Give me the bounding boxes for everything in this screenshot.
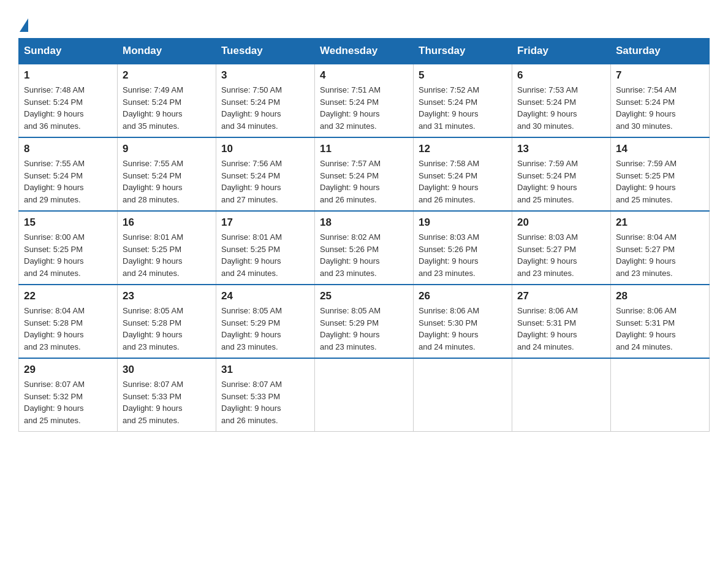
day-of-week-header: Monday <box>118 39 216 64</box>
calendar-week-row: 1 Sunrise: 7:48 AM Sunset: 5:24 PM Dayli… <box>19 64 710 137</box>
day-info: Sunrise: 8:00 AM Sunset: 5:25 PM Dayligh… <box>24 231 112 279</box>
day-number: 13 <box>517 143 605 155</box>
day-number: 29 <box>24 364 112 376</box>
day-info: Sunrise: 7:48 AM Sunset: 5:24 PM Dayligh… <box>24 84 112 132</box>
calendar-header-row: SundayMondayTuesdayWednesdayThursdayFrid… <box>19 39 710 64</box>
day-number: 28 <box>616 290 704 302</box>
calendar-table: SundayMondayTuesdayWednesdayThursdayFrid… <box>18 38 710 432</box>
calendar-day-cell: 11 Sunrise: 7:57 AM Sunset: 5:24 PM Dayl… <box>315 137 414 211</box>
calendar-day-cell: 27 Sunrise: 8:06 AM Sunset: 5:31 PM Dayl… <box>512 285 611 358</box>
calendar-day-cell: 10 Sunrise: 7:56 AM Sunset: 5:24 PM Dayl… <box>216 137 315 211</box>
day-of-week-header: Saturday <box>611 39 710 64</box>
calendar-day-cell: 4 Sunrise: 7:51 AM Sunset: 5:24 PM Dayli… <box>315 64 414 137</box>
calendar-day-cell: 20 Sunrise: 8:03 AM Sunset: 5:27 PM Dayl… <box>512 211 611 285</box>
day-info: Sunrise: 8:06 AM Sunset: 5:31 PM Dayligh… <box>517 305 605 353</box>
day-number: 18 <box>320 216 408 229</box>
calendar-week-row: 22 Sunrise: 8:04 AM Sunset: 5:28 PM Dayl… <box>19 285 710 358</box>
day-info: Sunrise: 7:54 AM Sunset: 5:24 PM Dayligh… <box>616 84 704 132</box>
calendar-day-cell: 2 Sunrise: 7:49 AM Sunset: 5:24 PM Dayli… <box>118 64 216 137</box>
day-of-week-header: Friday <box>512 39 611 64</box>
day-number: 3 <box>221 69 309 82</box>
day-number: 21 <box>616 216 704 229</box>
calendar-day-cell: 25 Sunrise: 8:05 AM Sunset: 5:29 PM Dayl… <box>315 285 414 358</box>
day-number: 10 <box>221 143 309 155</box>
calendar-day-cell: 6 Sunrise: 7:53 AM Sunset: 5:24 PM Dayli… <box>512 64 611 137</box>
calendar-day-cell: 21 Sunrise: 8:04 AM Sunset: 5:27 PM Dayl… <box>611 211 710 285</box>
calendar-day-cell: 31 Sunrise: 8:07 AM Sunset: 5:33 PM Dayl… <box>216 358 315 432</box>
day-info: Sunrise: 7:58 AM Sunset: 5:24 PM Dayligh… <box>419 158 507 205</box>
day-number: 6 <box>517 69 605 82</box>
day-info: Sunrise: 8:06 AM Sunset: 5:30 PM Dayligh… <box>419 305 507 353</box>
day-info: Sunrise: 8:01 AM Sunset: 5:25 PM Dayligh… <box>123 231 211 279</box>
calendar-day-cell: 14 Sunrise: 7:59 AM Sunset: 5:25 PM Dayl… <box>611 137 710 211</box>
day-number: 30 <box>123 364 211 376</box>
day-number: 8 <box>24 143 112 155</box>
calendar-day-cell: 1 Sunrise: 7:48 AM Sunset: 5:24 PM Dayli… <box>19 64 118 137</box>
day-number: 31 <box>221 364 309 376</box>
day-number: 4 <box>320 69 408 82</box>
day-info: Sunrise: 7:49 AM Sunset: 5:24 PM Dayligh… <box>123 84 211 132</box>
day-number: 17 <box>221 216 309 229</box>
day-info: Sunrise: 8:01 AM Sunset: 5:25 PM Dayligh… <box>221 231 309 279</box>
day-info: Sunrise: 7:56 AM Sunset: 5:24 PM Dayligh… <box>221 158 309 205</box>
calendar-day-cell: 12 Sunrise: 7:58 AM Sunset: 5:24 PM Dayl… <box>414 137 512 211</box>
day-info: Sunrise: 8:04 AM Sunset: 5:28 PM Dayligh… <box>24 305 112 353</box>
calendar-day-cell: 18 Sunrise: 8:02 AM Sunset: 5:26 PM Dayl… <box>315 211 414 285</box>
day-of-week-header: Sunday <box>19 39 118 64</box>
calendar-week-row: 8 Sunrise: 7:55 AM Sunset: 5:24 PM Dayli… <box>19 137 710 211</box>
calendar-day-cell: 30 Sunrise: 8:07 AM Sunset: 5:33 PM Dayl… <box>118 358 216 432</box>
day-number: 11 <box>320 143 408 155</box>
day-number: 26 <box>419 290 507 302</box>
calendar-day-cell <box>611 358 710 432</box>
day-number: 1 <box>24 69 112 82</box>
day-info: Sunrise: 8:05 AM Sunset: 5:28 PM Dayligh… <box>123 305 211 353</box>
day-info: Sunrise: 7:55 AM Sunset: 5:24 PM Dayligh… <box>24 158 112 205</box>
calendar-day-cell: 9 Sunrise: 7:55 AM Sunset: 5:24 PM Dayli… <box>118 137 216 211</box>
day-number: 25 <box>320 290 408 302</box>
day-info: Sunrise: 8:03 AM Sunset: 5:27 PM Dayligh… <box>517 231 605 279</box>
day-number: 15 <box>24 216 112 229</box>
day-of-week-header: Tuesday <box>216 39 315 64</box>
calendar-day-cell: 3 Sunrise: 7:50 AM Sunset: 5:24 PM Dayli… <box>216 64 315 137</box>
day-info: Sunrise: 8:03 AM Sunset: 5:26 PM Dayligh… <box>419 231 507 279</box>
day-number: 19 <box>419 216 507 229</box>
day-of-week-header: Wednesday <box>315 39 414 64</box>
logo <box>18 18 29 32</box>
day-number: 5 <box>419 69 507 82</box>
calendar-day-cell: 28 Sunrise: 8:06 AM Sunset: 5:31 PM Dayl… <box>611 285 710 358</box>
day-info: Sunrise: 8:07 AM Sunset: 5:33 PM Dayligh… <box>123 378 211 426</box>
day-info: Sunrise: 8:07 AM Sunset: 5:33 PM Dayligh… <box>221 378 309 426</box>
day-number: 16 <box>123 216 211 229</box>
day-info: Sunrise: 7:51 AM Sunset: 5:24 PM Dayligh… <box>320 84 408 132</box>
day-number: 22 <box>24 290 112 302</box>
day-info: Sunrise: 8:06 AM Sunset: 5:31 PM Dayligh… <box>616 305 704 353</box>
day-info: Sunrise: 7:59 AM Sunset: 5:25 PM Dayligh… <box>616 158 704 205</box>
day-info: Sunrise: 8:07 AM Sunset: 5:32 PM Dayligh… <box>24 378 112 426</box>
day-number: 23 <box>123 290 211 302</box>
calendar-day-cell: 29 Sunrise: 8:07 AM Sunset: 5:32 PM Dayl… <box>19 358 118 432</box>
calendar-day-cell: 7 Sunrise: 7:54 AM Sunset: 5:24 PM Dayli… <box>611 64 710 137</box>
day-number: 20 <box>517 216 605 229</box>
day-number: 12 <box>419 143 507 155</box>
day-info: Sunrise: 8:02 AM Sunset: 5:26 PM Dayligh… <box>320 231 408 279</box>
calendar-day-cell: 5 Sunrise: 7:52 AM Sunset: 5:24 PM Dayli… <box>414 64 512 137</box>
day-info: Sunrise: 7:59 AM Sunset: 5:24 PM Dayligh… <box>517 158 605 205</box>
day-info: Sunrise: 8:04 AM Sunset: 5:27 PM Dayligh… <box>616 231 704 279</box>
day-number: 2 <box>123 69 211 82</box>
calendar-day-cell: 23 Sunrise: 8:05 AM Sunset: 5:28 PM Dayl… <box>118 285 216 358</box>
day-info: Sunrise: 8:05 AM Sunset: 5:29 PM Dayligh… <box>221 305 309 353</box>
calendar-day-cell: 22 Sunrise: 8:04 AM Sunset: 5:28 PM Dayl… <box>19 285 118 358</box>
day-info: Sunrise: 7:57 AM Sunset: 5:24 PM Dayligh… <box>320 158 408 205</box>
calendar-week-row: 29 Sunrise: 8:07 AM Sunset: 5:32 PM Dayl… <box>19 358 710 432</box>
day-info: Sunrise: 7:50 AM Sunset: 5:24 PM Dayligh… <box>221 84 309 132</box>
calendar-day-cell <box>512 358 611 432</box>
page-header <box>18 12 710 32</box>
calendar-day-cell <box>315 358 414 432</box>
calendar-day-cell: 13 Sunrise: 7:59 AM Sunset: 5:24 PM Dayl… <box>512 137 611 211</box>
day-info: Sunrise: 7:55 AM Sunset: 5:24 PM Dayligh… <box>123 158 211 205</box>
calendar-day-cell: 8 Sunrise: 7:55 AM Sunset: 5:24 PM Dayli… <box>19 137 118 211</box>
calendar-day-cell: 26 Sunrise: 8:06 AM Sunset: 5:30 PM Dayl… <box>414 285 512 358</box>
logo-triangle-icon <box>20 18 28 32</box>
day-info: Sunrise: 7:53 AM Sunset: 5:24 PM Dayligh… <box>517 84 605 132</box>
day-number: 7 <box>616 69 704 82</box>
